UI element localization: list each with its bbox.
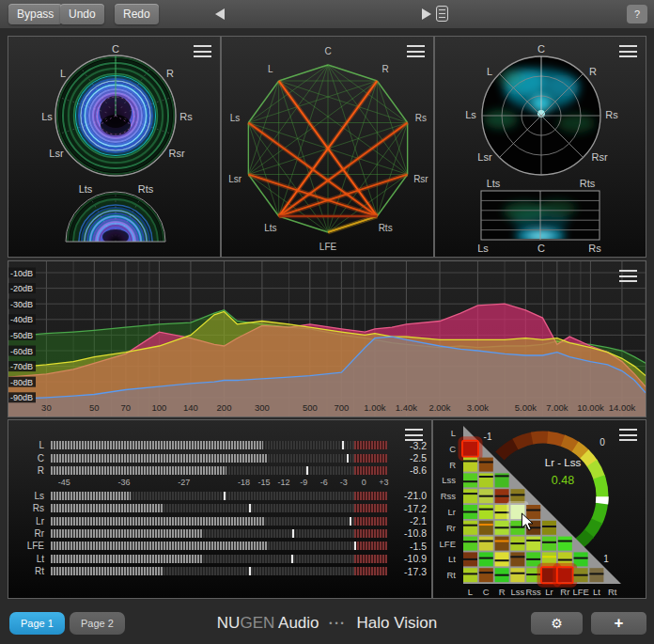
svg-text:R: R <box>449 460 456 470</box>
svg-text:Lt: Lt <box>448 554 456 564</box>
svg-text:Rss: Rss <box>441 491 457 501</box>
svg-text:C: C <box>449 444 456 454</box>
svg-text:500: 500 <box>303 402 318 413</box>
correlation-web-panel: CRRsRsrRtsLFELtsLsrLsL <box>221 36 434 258</box>
svg-text:700: 700 <box>334 402 349 413</box>
meter-row-Rr: Rr-10.8 <box>8 527 433 540</box>
panel-menu-icon[interactable] <box>619 270 637 282</box>
page-2-button[interactable]: Page 2 <box>70 612 125 635</box>
svg-text:Rts: Rts <box>580 178 596 189</box>
settings-button[interactable]: ⚙ <box>531 612 583 635</box>
correlation-web-visualization: CRRsRsrRtsLFELtsLsrLsL <box>222 37 433 257</box>
svg-text:Ls: Ls <box>230 113 241 123</box>
help-button[interactable]: ? <box>627 5 647 24</box>
svg-text:Ls: Ls <box>41 111 53 122</box>
meter-bar <box>51 504 387 512</box>
svg-text:-50dB: -50dB <box>10 331 33 340</box>
svg-text:Rr: Rr <box>446 523 456 533</box>
playlist-icon[interactable] <box>436 6 448 22</box>
meter-row-LFE: LFE-1.5 <box>8 540 433 552</box>
svg-text:10.00k: 10.00k <box>577 402 604 413</box>
svg-text:Lr: Lr <box>545 587 553 597</box>
meter-bar <box>51 492 387 500</box>
svg-text:L: L <box>468 587 473 597</box>
meter-value: -1.5 <box>387 541 433 552</box>
correlation-matrix[interactable]: LCRLssRssLrRrLFELtRtLCRLssRssLrRrLFELtRt <box>433 420 646 598</box>
brand-dots: ••• <box>323 619 351 628</box>
svg-text:Rts: Rts <box>379 223 393 233</box>
svg-text:L: L <box>487 66 492 77</box>
svg-text:-70dB: -70dB <box>10 362 33 371</box>
svg-text:-60dB: -60dB <box>10 347 33 356</box>
svg-text:Lt: Lt <box>593 587 600 597</box>
spectrum-analyzer-panel: -10dB-20dB-30dB-40dB-50dB-60dB-70dB-80dB… <box>8 260 646 417</box>
svg-text:Rs: Rs <box>179 111 193 122</box>
svg-text:30: 30 <box>41 402 52 413</box>
bypass-button[interactable]: Bypass <box>8 4 62 24</box>
bottom-bar: Page 1 Page 2 NUGEN Audio ••• Halo Visio… <box>0 602 654 644</box>
meter-row-Ls: Ls-21.0 <box>8 490 433 502</box>
meter-value: -17.3 <box>387 566 433 577</box>
svg-text:Lsr: Lsr <box>477 151 492 163</box>
polar-spread-visualization: CLRLsRsLsrRsrLtsRtsLsCRs <box>435 37 646 257</box>
svg-text:50: 50 <box>89 402 100 413</box>
meter-value: -21.0 <box>387 490 433 501</box>
svg-text:Lss: Lss <box>442 475 456 485</box>
svg-text:140: 140 <box>183 402 198 413</box>
meter-row-Rs: Rs-17.2 <box>8 502 433 514</box>
panel-menu-icon[interactable] <box>619 45 637 57</box>
meter-bar <box>51 517 387 526</box>
svg-text:3.00k: 3.00k <box>467 402 489 413</box>
surround-halo-panel: CLRLsRsLsrRsrLtsRts <box>8 36 221 258</box>
svg-text:5.00k: 5.00k <box>515 402 537 413</box>
svg-text:Lts: Lts <box>264 223 276 233</box>
svg-text:Rsr: Rsr <box>168 148 184 159</box>
svg-text:-30dB: -30dB <box>10 300 33 309</box>
panel-menu-icon[interactable] <box>619 429 637 441</box>
panel-menu-icon[interactable] <box>405 429 423 441</box>
svg-text:Rt: Rt <box>447 570 457 580</box>
svg-text:Lsr: Lsr <box>228 174 242 184</box>
panel-menu-icon[interactable] <box>407 45 425 57</box>
redo-button[interactable]: Redo <box>115 4 159 24</box>
correlation-matrix-panel: -101Lr - Lss0.48 LCRLssRssLrRrLFELtRtLCR… <box>432 419 646 599</box>
step-back-icon[interactable] <box>215 8 225 20</box>
svg-text:Rt: Rt <box>608 587 617 597</box>
meter-row-Rt: Rt-17.3 <box>8 565 433 577</box>
level-meters-panel: L-3.2C-2.5R-8.6-45-36-27-18-15-12-9-6-30… <box>8 419 432 599</box>
meter-value: -3.2 <box>387 440 433 451</box>
svg-text:LFE: LFE <box>572 587 588 597</box>
play-icon[interactable] <box>422 8 431 20</box>
surround-halo-visualization: CLRLsRsLsrRsrLtsRts <box>8 37 220 257</box>
svg-text:Lss: Lss <box>511 587 525 597</box>
svg-text:Lts: Lts <box>79 183 93 195</box>
meter-bar <box>51 542 387 550</box>
meter-bar <box>51 567 387 575</box>
halo-vision-window: Bypass Undo Redo ? CLRLsRsLsrRsrLtsRts C… <box>0 0 654 644</box>
svg-text:Rss: Rss <box>526 587 542 597</box>
add-module-button[interactable]: + <box>591 612 646 635</box>
meter-value: -8.6 <box>387 464 433 476</box>
svg-text:-90dB: -90dB <box>10 393 33 402</box>
svg-text:R: R <box>499 587 506 597</box>
toolbar: Bypass Undo Redo ? <box>0 0 654 28</box>
meter-row-R: R-8.6 <box>8 464 433 477</box>
meter-bar <box>51 441 387 449</box>
svg-text:LFE: LFE <box>319 242 337 252</box>
svg-text:Rs: Rs <box>588 243 601 254</box>
page-1-button[interactable]: Page 1 <box>9 612 65 635</box>
svg-text:L: L <box>60 68 66 79</box>
meter-bar <box>51 529 387 538</box>
svg-text:100: 100 <box>151 402 166 413</box>
meter-value: -2.5 <box>387 452 433 463</box>
undo-button[interactable]: Undo <box>60 4 104 24</box>
meter-row-Lt: Lt-10.9 <box>8 553 433 565</box>
panel-menu-icon[interactable] <box>194 45 211 57</box>
svg-text:Rs: Rs <box>605 109 618 120</box>
svg-text:2.00k: 2.00k <box>428 402 450 413</box>
svg-text:L: L <box>268 64 273 74</box>
svg-text:Rsr: Rsr <box>413 174 428 184</box>
meter-bar <box>51 454 387 463</box>
svg-text:Rsr: Rsr <box>591 151 607 163</box>
svg-text:70: 70 <box>121 402 132 413</box>
